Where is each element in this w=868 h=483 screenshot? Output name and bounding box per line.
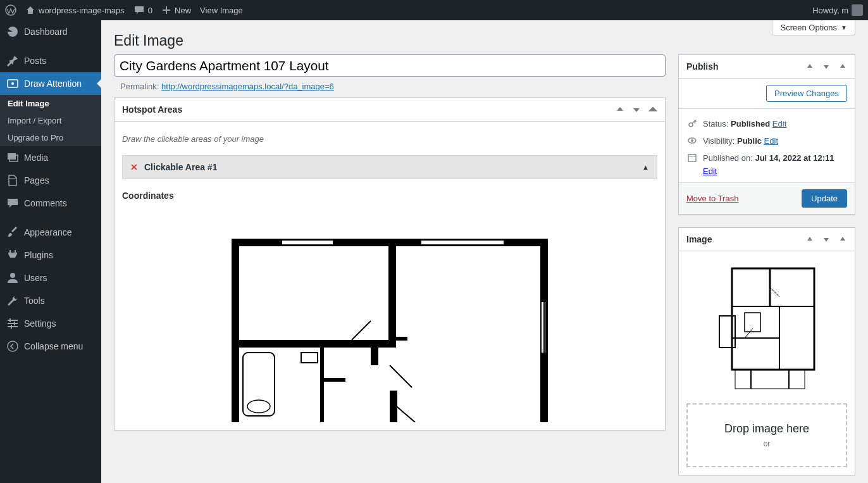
- edit-status-link[interactable]: Edit: [772, 119, 786, 129]
- comment-icon: [133, 4, 145, 16]
- image-thumbnail[interactable]: [716, 265, 817, 392]
- coordinates-label: Coordinates: [122, 191, 657, 201]
- edit-visibility-link[interactable]: Edit: [764, 136, 778, 146]
- comment-count: 0: [148, 6, 152, 15]
- svg-rect-23: [320, 346, 324, 422]
- preview-changes-button[interactable]: Preview Changes: [766, 85, 847, 102]
- move-to-trash-link[interactable]: Move to Trash: [686, 194, 738, 203]
- sidebar-subitem-import-export[interactable]: Import / Export: [0, 112, 101, 129]
- image-dropzone[interactable]: Drop image here or: [686, 403, 847, 467]
- toggle-box-button[interactable]: [836, 232, 850, 246]
- wp-logo[interactable]: [5, 4, 16, 16]
- svg-rect-18: [282, 241, 333, 244]
- view-image-link[interactable]: View Image: [200, 6, 243, 15]
- draw-attention-icon: [6, 77, 19, 90]
- sidebar-item-media[interactable]: Media: [0, 146, 101, 169]
- sidebar-subitem-edit-image[interactable]: Edit Image: [0, 95, 101, 112]
- sidebar-subitem-upgrade[interactable]: Upgrade to Pro: [0, 129, 101, 146]
- move-up-button[interactable]: [803, 60, 817, 73]
- svg-rect-19: [421, 241, 504, 244]
- sidebar-item-tools[interactable]: Tools: [0, 289, 101, 312]
- move-down-button[interactable]: [629, 103, 643, 116]
- svg-rect-3: [8, 153, 16, 160]
- svg-rect-22: [371, 340, 378, 365]
- svg-rect-20: [388, 239, 396, 340]
- brush-icon: [6, 226, 19, 239]
- sidebar-item-comments[interactable]: Comments: [0, 192, 101, 215]
- svg-rect-33: [388, 337, 407, 341]
- sidebar-item-appearance[interactable]: Appearance: [0, 221, 101, 244]
- toggle-box-button[interactable]: [646, 103, 660, 116]
- dashboard-icon: [6, 25, 19, 38]
- avatar: [852, 4, 863, 16]
- floorplan-canvas[interactable]: [232, 239, 548, 422]
- svg-rect-38: [688, 154, 696, 161]
- sidebar-submenu-draw-attention: Edit Image Import / Export Upgrade to Pr…: [0, 95, 101, 146]
- edit-date-link[interactable]: Edit: [703, 166, 717, 176]
- collapse-area-icon[interactable]: ▲: [642, 163, 649, 171]
- admin-bar: wordpress-image-maps 0 New View Image Ho…: [0, 0, 868, 20]
- svg-rect-16: [232, 239, 239, 422]
- svg-rect-12: [11, 325, 12, 329]
- visibility-row: Visibility: Public Edit: [686, 132, 847, 149]
- site-name: wordpress-image-maps: [39, 6, 125, 15]
- move-down-button[interactable]: [819, 232, 833, 246]
- svg-point-37: [691, 139, 693, 142]
- sidebar-item-posts[interactable]: Posts: [0, 49, 101, 72]
- page-title: Edit Image: [114, 27, 855, 54]
- caret-down-icon: ▼: [841, 24, 847, 31]
- svg-rect-9: [8, 326, 18, 327]
- wrench-icon: [6, 294, 19, 307]
- site-home-link[interactable]: wordpress-image-maps: [25, 5, 125, 15]
- svg-point-2: [11, 82, 14, 85]
- page-icon: [6, 174, 19, 187]
- svg-point-6: [10, 273, 15, 278]
- permalink-link[interactable]: http://wordpressimagemaps.local/?da_imag…: [161, 82, 334, 91]
- svg-point-13: [8, 341, 18, 351]
- image-box-title: Image: [679, 228, 719, 251]
- sidebar-collapse[interactable]: Collapse menu: [0, 335, 101, 358]
- clickable-area-header[interactable]: ✕ Clickable Area #1 ▲: [122, 155, 657, 179]
- eye-icon: [686, 136, 698, 145]
- sidebar-item-settings[interactable]: Settings: [0, 312, 101, 335]
- move-up-button[interactable]: [803, 232, 817, 246]
- sidebar-item-users[interactable]: Users: [0, 267, 101, 289]
- toggle-box-button[interactable]: [836, 60, 850, 73]
- sidebar-item-draw-attention[interactable]: Draw Attention: [0, 72, 101, 95]
- update-button[interactable]: Update: [802, 189, 847, 208]
- publish-box: Publish Preview Changes Status: Publishe…: [678, 54, 855, 215]
- plus-icon: [161, 5, 171, 15]
- permalink-label: Permalink:: [120, 82, 159, 91]
- hotspot-instruction: Draw the clickable areas of your image: [122, 134, 657, 144]
- media-icon: [6, 151, 19, 164]
- svg-rect-7: [8, 320, 18, 321]
- publish-box-title: Publish: [679, 55, 726, 78]
- sidebar-item-plugins[interactable]: Plugins: [0, 244, 101, 267]
- screen-options-toggle[interactable]: Screen Options ▼: [772, 20, 855, 35]
- svg-rect-5: [9, 178, 16, 179]
- comment-icon: [6, 197, 19, 210]
- image-box: Image: [678, 227, 855, 475]
- svg-rect-11: [14, 322, 15, 325]
- comments-link[interactable]: 0: [133, 4, 152, 16]
- svg-rect-32: [543, 302, 545, 353]
- published-row: Published on: Jul 14, 2022 at 12:11: [686, 149, 847, 166]
- sidebar-item-dashboard[interactable]: Dashboard: [0, 20, 101, 43]
- remove-area-button[interactable]: ✕: [130, 162, 138, 172]
- new-link[interactable]: New: [161, 5, 191, 15]
- hotspot-areas-box: Hotspot Areas Draw the clickable areas o…: [114, 97, 666, 430]
- svg-rect-34: [390, 391, 397, 422]
- post-title-input[interactable]: [114, 54, 666, 77]
- main-content: Screen Options ▼ Edit Image Permalink: h…: [101, 20, 868, 483]
- svg-rect-10: [9, 318, 11, 322]
- status-row: Status: Published Edit: [686, 115, 847, 132]
- clickable-area-title: Clickable Area #1: [144, 162, 217, 172]
- account-link[interactable]: Howdy, m: [812, 4, 863, 16]
- move-down-button[interactable]: [819, 60, 833, 73]
- new-label: New: [175, 6, 191, 15]
- user-icon: [6, 272, 19, 284]
- admin-sidebar: Dashboard Posts Draw Attention Edit Imag…: [0, 20, 101, 483]
- collapse-icon: [6, 340, 19, 353]
- move-up-button[interactable]: [613, 103, 627, 116]
- sidebar-item-pages[interactable]: Pages: [0, 169, 101, 192]
